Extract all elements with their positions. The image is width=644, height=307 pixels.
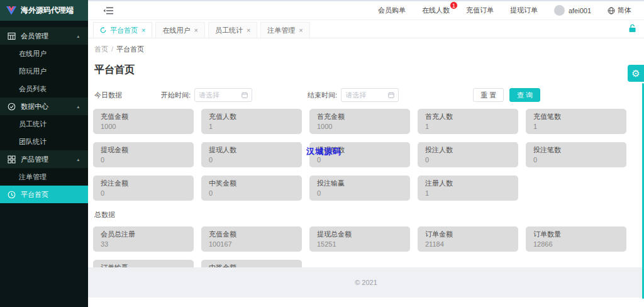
unlock-icon <box>628 24 636 33</box>
breadcrumb-separator: / <box>111 45 113 53</box>
stat-card-bet-winloss: 投注输赢0 <box>309 176 410 201</box>
refresh-icon <box>100 27 106 33</box>
appstore-icon <box>8 155 16 164</box>
v-logo-icon <box>6 6 16 15</box>
stat-value: 33 <box>101 240 186 248</box>
sidebar-collapse-button[interactable] <box>103 6 113 15</box>
stat-value: 0 <box>101 189 186 197</box>
sidebar-item-bet-orders[interactable]: 注单管理 <box>0 168 88 186</box>
total-cards-grid: 会员总注册33 充值金额100167 提现总金额15251 订单金额21184 … <box>93 226 626 267</box>
sidebar-group-data-center[interactable]: 数据中心 ▲ <box>0 98 88 115</box>
settings-drawer-button[interactable]: ⚙ <box>628 65 644 82</box>
user-menu[interactable]: afei001 <box>554 5 591 16</box>
sidebar-item-label: 注单管理 <box>19 172 47 182</box>
page-title: 平台首页 <box>94 64 626 77</box>
sidebar-group-label: 会员管理 <box>21 31 48 41</box>
close-icon[interactable]: × <box>247 27 250 34</box>
sidebar-item-label: 团队统计 <box>19 137 47 147</box>
sidebar-item-online-users[interactable]: 在线用户 <box>0 45 88 62</box>
stat-value: 1 <box>425 123 511 130</box>
today-cards-grid: 充值金额1000 充值人数1 首充金额1000 首充人数1 充值笔数1 提现金额… <box>93 109 626 201</box>
language-switcher[interactable]: 简体 <box>608 6 631 15</box>
stat-label: 投注输赢 <box>317 179 402 188</box>
topbar-link-member-orders[interactable]: 会员购单 <box>378 6 406 15</box>
stat-value: 0 <box>317 189 402 197</box>
sidebar-group-member-mgmt[interactable]: 会员管理 ▲ <box>0 27 88 45</box>
topbar-link-withdraw-orders[interactable]: 提现订单 <box>510 6 538 15</box>
stat-card-win-amount: 中奖金额0 <box>201 176 302 201</box>
stat-card-order-count: 订单数量12866 <box>526 226 626 252</box>
stat-card-total-withdraw: 提现总金额15251 <box>309 226 410 252</box>
online-count-badge: 1 <box>450 1 458 9</box>
stat-card-first-recharge-people: 首充人数1 <box>418 109 518 134</box>
stat-label: 充值笔数 <box>533 112 619 121</box>
stat-label: 提现总金额 <box>317 230 402 239</box>
sidebar-item-member-list[interactable]: 会员列表 <box>0 80 88 98</box>
stat-value: 1 <box>533 123 619 130</box>
start-date-input[interactable] <box>199 91 242 99</box>
stat-label: 首充人数 <box>425 112 511 121</box>
stat-card-bet-amount: 投注金额0 <box>93 176 194 201</box>
end-date-picker[interactable] <box>341 88 399 102</box>
breadcrumb-home[interactable]: 首页 <box>94 45 108 53</box>
start-time-label: 开始时间: <box>161 91 191 100</box>
breadcrumb-current: 平台首页 <box>116 45 144 53</box>
sidebar-item-escort-users[interactable]: 陪玩用户 <box>0 62 88 80</box>
tab-platform-home[interactable]: 平台首页 × <box>93 22 152 38</box>
stat-label: 中奖金额 <box>209 263 294 267</box>
stat-label: 投注金额 <box>101 179 186 188</box>
sidebar-item-label: 员工统计 <box>19 120 47 129</box>
end-date-input[interactable] <box>345 91 388 99</box>
reset-button[interactable]: 重 置 <box>473 88 504 102</box>
tab-online-users[interactable]: 在线用户 × <box>155 22 204 38</box>
end-time-label: 结束时间: <box>308 91 337 100</box>
tab-label: 员工统计 <box>215 26 243 35</box>
stat-label: 订单金额 <box>425 230 511 239</box>
close-icon[interactable]: × <box>194 27 197 34</box>
sidebar-item-team-stats[interactable]: 团队统计 <box>0 133 88 150</box>
chevron-up-icon: ▲ <box>76 104 80 108</box>
stat-label: 提现金额 <box>101 145 186 155</box>
stat-card-order-winloss: 订单输赢-4548 <box>93 260 194 267</box>
today-data-label: 今日数据 <box>94 91 122 100</box>
circle-check-icon <box>8 103 16 111</box>
topbar-link-recharge-orders[interactable]: 充值订单 <box>466 6 494 15</box>
stat-card-bet-count: 投注笔数0 <box>526 142 626 167</box>
sidebar-item-staff-stats[interactable]: 员工统计 <box>0 115 88 133</box>
sidebar-item-platform-home[interactable]: 平台首页 <box>0 186 88 203</box>
sidebar-group-product-mgmt[interactable]: 产品管理 ▲ <box>0 150 88 168</box>
menu-fold-icon <box>103 6 113 15</box>
stat-card-first-recharge-amount: 首充金额1000 <box>309 109 410 134</box>
tab-staff-stats[interactable]: 员工统计 × <box>208 22 257 38</box>
lock-tabs-button[interactable] <box>628 24 636 33</box>
stat-value: 1 <box>209 123 294 130</box>
stat-value: 0 <box>209 156 294 164</box>
topbar-link-online-count[interactable]: 在线人数 1 <box>422 6 450 15</box>
stat-card-total-recharge: 充值金额100167 <box>201 226 302 252</box>
search-button[interactable]: 查 询 <box>509 88 540 102</box>
stat-card-recharge-amount: 充值金额1000 <box>93 109 194 134</box>
tab-bet-orders[interactable]: 注单管理 × <box>260 22 309 38</box>
close-icon[interactable]: × <box>142 27 145 34</box>
language-label: 简体 <box>618 6 631 15</box>
sidebar-group-label: 产品管理 <box>21 155 48 164</box>
avatar <box>554 5 565 16</box>
app-shell: 海外源码代理端 会员管理 ▲ 在线用户 陪玩用户 会员列表 数据中心 ▲ 员工统… <box>0 0 644 307</box>
copyright-text: © 2021 <box>355 279 377 286</box>
close-icon[interactable]: × <box>299 27 303 34</box>
page-content: 首页/平台首页 平台首页 今日数据 开始时间: 结束时间: <box>88 38 644 267</box>
stat-label: 中奖金额 <box>209 179 294 188</box>
stat-value: 0 <box>209 189 294 197</box>
topbar: 会员购单 在线人数 1 充值订单 提现订单 afei001 简体 <box>88 0 644 20</box>
topbar-right: 会员购单 在线人数 1 充值订单 提现订单 afei001 简体 <box>378 5 631 16</box>
brand-name: 海外源码代理端 <box>21 5 74 16</box>
stat-value: 1000 <box>101 123 186 130</box>
start-date-picker[interactable] <box>194 88 252 102</box>
stat-label: 投注笔数 <box>533 145 619 155</box>
globe-icon <box>608 7 615 14</box>
sidebar-item-label: 会员列表 <box>19 84 47 94</box>
stat-value: 15251 <box>317 240 402 248</box>
stat-card-withdraw-amount: 提现金额0 <box>93 142 194 167</box>
stat-value: 1000 <box>317 123 402 130</box>
stat-label: 订单数量 <box>533 230 619 239</box>
